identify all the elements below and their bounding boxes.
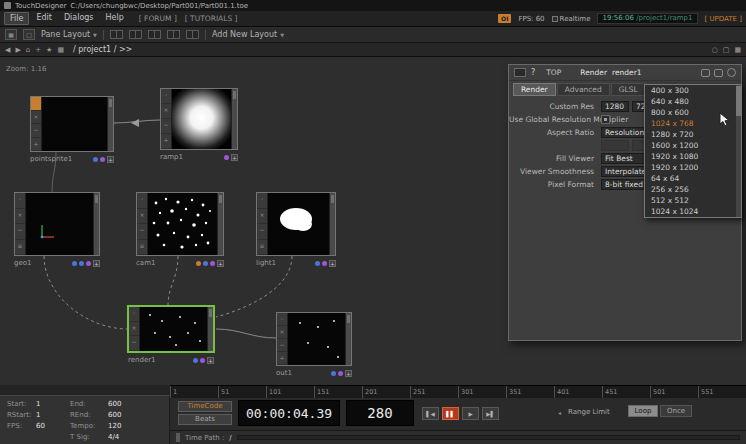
menu-item[interactable]: Help: [101, 12, 129, 25]
add-flag-icon[interactable]: +: [207, 357, 214, 364]
node-flag-dots[interactable]: +: [224, 154, 238, 161]
pane-layout-button[interactable]: Pane Layout ▼: [41, 30, 97, 39]
flag-icon[interactable]: ◦: [15, 193, 25, 209]
node-flag-dots[interactable]: +: [196, 260, 224, 267]
node-viewer[interactable]: [288, 313, 345, 365]
flag-icon[interactable]: +: [31, 138, 41, 152]
language-icon[interactable]: [727, 68, 736, 77]
resolution-option[interactable]: 1920 x 1200: [645, 162, 735, 173]
resolution-option[interactable]: 256 x 256: [645, 184, 735, 195]
node-ramp1[interactable]: ◦ × ~ +: [160, 88, 238, 150]
resolution-option[interactable]: 512 x 512: [645, 195, 735, 206]
node-viewer[interactable]: [148, 193, 217, 255]
menu-item[interactable]: Dialogs: [59, 12, 99, 25]
add-new-layout-button[interactable]: Add New Layout ▼: [212, 30, 284, 39]
resolution-option[interactable]: 640 x 480: [645, 96, 735, 107]
resolution-option[interactable]: 1600 x 1200: [645, 140, 735, 151]
pane-single-icon[interactable]: ▢: [23, 29, 35, 40]
flag-icon[interactable]: ≡: [15, 240, 25, 256]
drag-handle[interactable]: [176, 433, 180, 442]
flag-icon[interactable]: ◦: [277, 313, 287, 326]
resolution-option[interactable]: 1920 x 1080: [645, 151, 735, 162]
flag-icon[interactable]: ≡: [257, 240, 267, 256]
node-viewer[interactable]: [26, 193, 93, 255]
pause-button[interactable]: ▌▌: [442, 407, 459, 420]
node-scrollbar[interactable]: [329, 193, 335, 255]
add-icon[interactable]: +: [35, 46, 41, 54]
add-flag-icon[interactable]: +: [345, 370, 352, 377]
layout-preset-icon[interactable]: [110, 30, 123, 39]
add-flag-icon[interactable]: +: [217, 260, 224, 267]
loop-button[interactable]: Loop: [628, 405, 658, 417]
circle-view-icon[interactable]: ○: [712, 46, 718, 54]
once-button[interactable]: Once: [660, 405, 692, 417]
menu-item[interactable]: Edit: [31, 12, 57, 25]
layout-preset-icon[interactable]: [148, 30, 161, 39]
field-value[interactable]: 600: [108, 411, 169, 419]
node-scrollbar[interactable]: [207, 307, 213, 351]
node-viewer-icon[interactable]: [514, 68, 526, 77]
op-name[interactable]: render1: [612, 68, 642, 77]
beats-mode-button[interactable]: Beats: [178, 414, 232, 425]
add-flag-icon[interactable]: +: [93, 260, 100, 267]
back-icon[interactable]: ◀: [5, 46, 10, 54]
time-path-slider[interactable]: [237, 435, 740, 440]
node-flag-dots[interactable]: +: [331, 370, 352, 377]
node-viewer[interactable]: [172, 89, 231, 149]
field-value[interactable]: 60: [36, 422, 70, 430]
flag-icon[interactable]: ×: [257, 209, 267, 225]
flag-icon[interactable]: ◦: [161, 89, 171, 104]
step-forward-button[interactable]: ▶▌: [482, 407, 499, 420]
node-flags[interactable]: ◦ × ~ ≡: [137, 193, 148, 255]
flag-icon[interactable]: ×: [161, 104, 171, 119]
flag-icon[interactable]: ◦: [129, 307, 139, 322]
flag-icon[interactable]: ~: [277, 339, 287, 352]
forward-icon[interactable]: ▶: [15, 46, 20, 54]
flag-icon[interactable]: ≡: [137, 240, 147, 256]
node-viewer[interactable]: [268, 193, 329, 255]
grid-icon[interactable]: ▦: [57, 46, 64, 54]
menu-item[interactable]: File: [4, 12, 29, 25]
field-value[interactable]: 1: [36, 411, 70, 419]
node-light1[interactable]: ◦ × ~ ≡: [256, 192, 336, 256]
comment-icon[interactable]: [701, 69, 710, 77]
flag-icon[interactable]: ×: [277, 326, 287, 339]
field-value[interactable]: 1: [36, 400, 70, 408]
field-value[interactable]: 600: [108, 400, 169, 408]
node-viewer[interactable]: [42, 97, 107, 151]
node-flag-dots[interactable]: +: [72, 260, 100, 267]
node-flags[interactable]: ◦ × ~ +: [277, 313, 288, 365]
parameter-tab[interactable]: Advanced: [557, 83, 610, 96]
help-icon[interactable]: ?: [531, 68, 535, 77]
flag-icon[interactable]: ◦: [257, 193, 267, 209]
step-back-button[interactable]: ▌◀: [422, 407, 439, 420]
realtime-checkbox[interactable]: [552, 16, 558, 22]
resolution-option[interactable]: 1024 x 1024: [645, 206, 735, 217]
add-flag-icon[interactable]: +: [329, 260, 336, 267]
flag-icon[interactable]: ×: [31, 111, 41, 125]
flag-icon[interactable]: ~: [137, 224, 147, 240]
layout-preset-icon[interactable]: [129, 30, 142, 39]
field-value[interactable]: 4/4: [108, 433, 169, 441]
flag-icon[interactable]: ~: [15, 224, 25, 240]
copy-icon[interactable]: [714, 69, 723, 77]
node-cam1[interactable]: ◦ × ~ ≡: [136, 192, 224, 256]
node-scrollbar[interactable]: [107, 97, 113, 151]
flag-icon[interactable]: ~: [31, 124, 41, 138]
time-path-value[interactable]: /: [229, 434, 231, 442]
resolution-option[interactable]: 400 x 300: [645, 85, 735, 96]
parent-icon[interactable]: ⌂: [26, 46, 30, 54]
flag-icon[interactable]: ◦: [137, 193, 147, 209]
realtime-toggle[interactable]: Realtime: [552, 15, 591, 23]
node-flags[interactable]: ◦ × ~ ≡: [15, 193, 26, 255]
node-scrollbar[interactable]: [231, 89, 237, 149]
flag-icon[interactable]: [31, 97, 41, 111]
node-flags[interactable]: ◦ × ~ +: [161, 89, 172, 149]
star-icon[interactable]: ★: [46, 46, 52, 54]
flag-icon[interactable]: ×: [137, 209, 147, 225]
flag-icon[interactable]: ~: [257, 224, 267, 240]
node-render1[interactable]: ◦ × ~: [128, 306, 214, 352]
flag-icon[interactable]: ×: [15, 209, 25, 225]
breadcrumb[interactable]: / project1 / >>: [73, 45, 132, 54]
field-value[interactable]: 120: [108, 422, 169, 430]
